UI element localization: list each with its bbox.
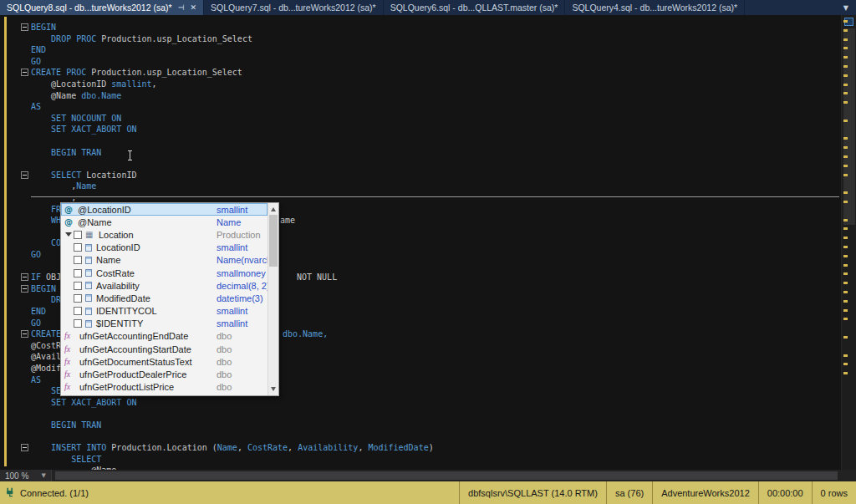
code-line[interactable]: AS bbox=[31, 101, 41, 113]
editor-tab[interactable]: SQLQuery7.sql - db...tureWorks2012 (sa)* bbox=[204, 0, 384, 15]
code-line[interactable]: SELECT LocationID bbox=[31, 170, 136, 181]
code-line[interactable]: GO bbox=[31, 249, 41, 261]
code-line[interactable]: BEGIN bbox=[31, 22, 56, 33]
change-mark bbox=[843, 38, 848, 41]
parameter-icon: @ bbox=[64, 218, 74, 227]
expander-icon[interactable] bbox=[64, 231, 74, 238]
editor-tab[interactable]: SQLQuery6.sql - db...QLLAST.master (sa)* bbox=[384, 0, 566, 15]
code-line[interactable]: SET XACT_ABORT ON bbox=[31, 124, 136, 135]
code-line[interactable]: BEGIN TRAN bbox=[31, 420, 101, 431]
sql-keyword: SELECT bbox=[71, 455, 101, 464]
completion-item[interactable]: fxufnGetAccountingEndDatedbo bbox=[61, 330, 268, 343]
completion-item[interactable]: @@LocationIDsmallint bbox=[61, 203, 268, 216]
sql-keyword: GO bbox=[31, 250, 41, 259]
completion-item[interactable]: ModifiedDatedatetime(3) bbox=[61, 292, 268, 304]
completion-label: ufnGetProductListPrice bbox=[79, 382, 174, 392]
completion-label: $IDENTITY bbox=[96, 318, 143, 328]
change-mark bbox=[843, 146, 848, 149]
completion-item-left: fxufnGetAccountingStartDate bbox=[64, 344, 191, 354]
change-mark bbox=[843, 237, 848, 239]
fold-collapse-icon[interactable] bbox=[21, 285, 28, 293]
code-line[interactable]: AS bbox=[31, 374, 41, 386]
completion-item[interactable]: LocationIDsmallint bbox=[61, 242, 268, 254]
code-line[interactable]: SET NOCOUNT ON bbox=[31, 113, 121, 125]
code-line[interactable]: END bbox=[31, 44, 46, 56]
change-mark bbox=[843, 282, 848, 284]
scroll-up-icon[interactable] bbox=[271, 207, 276, 211]
zoom-select[interactable]: 100 % ▼ bbox=[0, 470, 52, 481]
code-line[interactable]: SELECT bbox=[31, 454, 101, 466]
popup-scrollbar[interactable] bbox=[268, 203, 278, 395]
close-icon[interactable]: ✕ bbox=[190, 4, 196, 12]
completion-item[interactable]: fxufnGetProductListPricedbo bbox=[61, 381, 268, 394]
completion-label: Availability bbox=[96, 281, 140, 291]
completion-item[interactable]: $IDENTITYsmallint bbox=[61, 318, 268, 330]
change-mark bbox=[843, 137, 848, 140]
scroll-down-icon[interactable] bbox=[271, 387, 276, 391]
code-line[interactable]: GO bbox=[31, 318, 41, 329]
fold-collapse-icon[interactable] bbox=[21, 444, 28, 451]
editor-hscrollbar[interactable] bbox=[52, 470, 856, 481]
fold-collapse-icon[interactable] bbox=[21, 273, 28, 281]
change-mark bbox=[843, 264, 848, 267]
function-icon: fx bbox=[64, 383, 76, 391]
checkbox[interactable] bbox=[74, 294, 82, 303]
popup-scroll-thumb[interactable] bbox=[269, 215, 278, 267]
code-line[interactable]: ,Name bbox=[31, 181, 96, 192]
fold-collapse-icon[interactable] bbox=[21, 23, 28, 31]
checkbox[interactable] bbox=[74, 319, 82, 328]
code-line[interactable]: END bbox=[31, 306, 46, 318]
status-cell: 00:00:00 bbox=[758, 481, 812, 504]
code-line[interactable]: DROP PROC Production.usp_Location_Select bbox=[31, 33, 252, 45]
tree-indent bbox=[64, 320, 74, 328]
editor-tab[interactable]: SQLQuery8.sql - db...tureWorks2012 (sa)*… bbox=[0, 0, 204, 15]
completion-label: @LocationID bbox=[78, 205, 131, 215]
checkbox[interactable] bbox=[74, 243, 82, 252]
completion-item[interactable]: fxufnGetDocumentStatusTextdbo bbox=[61, 355, 268, 368]
sql-identifier: Production.usp_Location_Select bbox=[86, 68, 242, 77]
sql-keyword: IF bbox=[31, 272, 41, 282]
tab-label: SQLQuery6.sql - db...QLLAST.master (sa)* bbox=[390, 3, 558, 13]
code-line[interactable]: GO bbox=[31, 56, 41, 68]
completion-item[interactable]: ▦LocationProduction bbox=[61, 228, 268, 241]
code-line[interactable]: SET XACT_ABORT ON bbox=[31, 397, 136, 409]
completion-item-left: ModifiedDate bbox=[64, 293, 150, 303]
checkbox[interactable] bbox=[74, 282, 82, 290]
fold-collapse-icon[interactable] bbox=[21, 171, 28, 179]
tree-indent bbox=[64, 244, 74, 252]
column-icon bbox=[85, 320, 92, 328]
completion-item-left: Name bbox=[64, 255, 120, 265]
code-line[interactable]: INSERT INTO Production.Location (Name, C… bbox=[31, 442, 434, 454]
completion-item[interactable]: fxufnGetProductDealerPricedbo bbox=[61, 368, 268, 380]
completion-item[interactable]: NameName(nvarchar) bbox=[61, 254, 268, 267]
checkbox[interactable] bbox=[74, 269, 82, 277]
completion-item-left: fxufnGetProductListPrice bbox=[64, 382, 174, 392]
hscroll-thumb[interactable] bbox=[55, 471, 838, 480]
completion-item[interactable]: CostRatesmallmoney bbox=[61, 267, 268, 279]
completion-label: @Name bbox=[78, 217, 112, 227]
code-line[interactable]: @Name bbox=[31, 465, 116, 470]
code-line[interactable]: BEGIN bbox=[31, 283, 56, 295]
completion-item[interactable]: fxufnGetAccountingStartDatedbo bbox=[61, 343, 268, 355]
pin-icon[interactable]: ⊣ bbox=[178, 4, 185, 12]
checkbox[interactable] bbox=[74, 231, 82, 239]
change-mark bbox=[843, 101, 848, 104]
sql-keyword: smallint bbox=[111, 79, 151, 89]
checkbox[interactable] bbox=[74, 256, 82, 264]
code-editor[interactable]: BEGIN DROP PROC Production.usp_Location_… bbox=[0, 15, 856, 470]
sql-identifier: @LocationID bbox=[31, 79, 111, 89]
editor-vscrollbar[interactable] bbox=[841, 15, 856, 470]
code-line[interactable]: @LocationID smallint, bbox=[31, 79, 157, 90]
completion-item[interactable]: IDENTITYCOLsmallint bbox=[61, 305, 268, 318]
code-line[interactable]: @Name dbo.Name bbox=[31, 90, 121, 102]
completion-item[interactable]: Availabilitydecimal(8, 2) bbox=[61, 279, 268, 292]
code-line[interactable]: BEGIN TRAN bbox=[31, 147, 101, 159]
completion-item[interactable]: @@NameName bbox=[61, 216, 268, 228]
checkbox[interactable] bbox=[74, 307, 82, 315]
fold-collapse-icon[interactable] bbox=[21, 69, 28, 76]
editor-tab[interactable]: SQLQuery4.sql - db...tureWorks2012 (sa)* bbox=[565, 0, 745, 15]
code-line[interactable]: CREATE PROC Production.usp_Location_Sele… bbox=[31, 67, 242, 79]
window-list-button[interactable]: ▼ bbox=[836, 0, 856, 15]
fold-collapse-icon[interactable] bbox=[21, 330, 28, 338]
change-mark bbox=[843, 191, 848, 194]
